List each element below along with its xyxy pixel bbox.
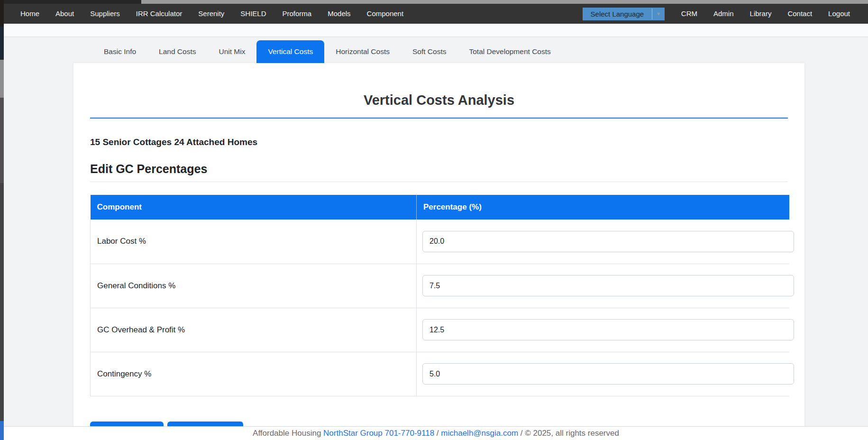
table-header-row: Component Percentage (%) xyxy=(91,195,789,220)
top-edge-strip xyxy=(4,0,868,4)
tab-basic-info[interactable]: Basic Info xyxy=(92,40,147,63)
column-header-component: Component xyxy=(91,195,417,220)
footer-email-link[interactable]: michaelh@nsgia.com xyxy=(441,429,518,438)
page-footer: Affordable Housing NorthStar Group 701-7… xyxy=(4,426,868,440)
column-header-percentage: Percentage (%) xyxy=(417,195,789,220)
row-label-contingency: Contingency % xyxy=(91,352,417,396)
nav-item-admin[interactable]: Admin xyxy=(705,4,742,24)
footer-text-prefix: Affordable Housing xyxy=(253,429,323,438)
tab-soft-costs[interactable]: Soft Costs xyxy=(401,40,458,63)
nav-item-contact[interactable]: Contact xyxy=(779,4,820,24)
gc-percentages-table: Component Percentage (%) Labor Cost % Ge… xyxy=(90,195,789,396)
contingency-percentage-input[interactable] xyxy=(422,363,794,385)
nav-item-models[interactable]: Models xyxy=(320,4,358,24)
sliver-segment xyxy=(0,183,4,421)
proforma-tab-bar: Basic Info Land Costs Unit Mix Vertical … xyxy=(92,40,562,63)
chevron-down-icon: ▼ xyxy=(652,8,665,20)
main-navbar: Home About Suppliers IRR Calculator Sere… xyxy=(4,4,868,24)
nav-item-proforma[interactable]: Proforma xyxy=(274,4,320,24)
language-selector-label: Select Language xyxy=(583,8,652,20)
tab-horizontal-costs[interactable]: Horizontal Costs xyxy=(324,40,401,63)
tab-total-development-costs[interactable]: Total Development Costs xyxy=(457,40,562,63)
nav-item-crm[interactable]: CRM xyxy=(673,4,705,24)
nav-item-home[interactable]: Home xyxy=(12,4,47,24)
row-input-cell xyxy=(417,308,789,352)
top-edge-strip-dark xyxy=(4,0,141,4)
footer-company-phone-link[interactable]: NorthStar Group 701-770-9118 xyxy=(323,429,434,438)
row-label-labor-cost: Labor Cost % xyxy=(91,220,417,264)
labor-cost-percentage-input[interactable] xyxy=(422,231,794,252)
tab-vertical-costs[interactable]: Vertical Costs xyxy=(256,40,324,63)
section-heading: Edit GC Percentages xyxy=(90,162,788,176)
table-row: Labor Cost % xyxy=(91,220,789,264)
footer-copyright-text: / © 2025, all rights reserved xyxy=(518,429,619,438)
tab-unit-mix[interactable]: Unit Mix xyxy=(207,40,256,63)
table-row: GC Overhead & Profit % xyxy=(91,308,789,352)
row-input-cell xyxy=(417,220,789,264)
title-accent-rule xyxy=(90,118,788,119)
table-row: Contingency % xyxy=(91,352,789,396)
nav-item-irr-calculator[interactable]: IRR Calculator xyxy=(128,4,191,24)
nav-item-about[interactable]: About xyxy=(47,4,82,24)
table-row: General Conditions % xyxy=(91,264,789,308)
nav-item-component[interactable]: Component xyxy=(359,4,412,24)
nav-item-library[interactable]: Library xyxy=(742,4,780,24)
project-subtitle: 15 Senior Cottages 24 Attached Homes xyxy=(90,137,788,147)
language-selector-dropdown[interactable]: Select Language ▼ xyxy=(583,8,665,20)
row-input-cell xyxy=(417,264,789,308)
nav-item-logout[interactable]: Logout xyxy=(820,4,858,24)
gc-overhead-profit-percentage-input[interactable] xyxy=(422,319,794,340)
sliver-segment xyxy=(0,0,4,27)
subheader-band xyxy=(4,24,868,37)
tab-land-costs[interactable]: Land Costs xyxy=(147,40,207,63)
nav-item-serenity[interactable]: Serenity xyxy=(190,4,232,24)
row-label-gc-overhead-profit: GC Overhead & Profit % xyxy=(91,308,417,352)
sliver-segment xyxy=(0,421,4,440)
background-window-sliver xyxy=(0,0,4,440)
nav-item-suppliers[interactable]: Suppliers xyxy=(82,4,128,24)
navbar-right-group: CRM Admin Library Contact Logout xyxy=(673,4,858,24)
page-title: Vertical Costs Analysis xyxy=(90,92,788,108)
sliver-segment xyxy=(0,60,4,98)
nav-item-shield[interactable]: SHIELD xyxy=(232,4,274,24)
row-input-cell xyxy=(417,352,789,396)
general-conditions-percentage-input[interactable] xyxy=(422,275,794,296)
row-label-general-conditions: General Conditions % xyxy=(91,264,417,308)
navbar-left-group: Home About Suppliers IRR Calculator Sere… xyxy=(12,4,411,24)
content-card: Vertical Costs Analysis 15 Senior Cottag… xyxy=(73,63,804,438)
section-divider-rule xyxy=(90,182,788,182)
sliver-segment xyxy=(0,27,4,60)
footer-separator: / xyxy=(434,429,441,438)
sliver-segment xyxy=(0,98,4,183)
